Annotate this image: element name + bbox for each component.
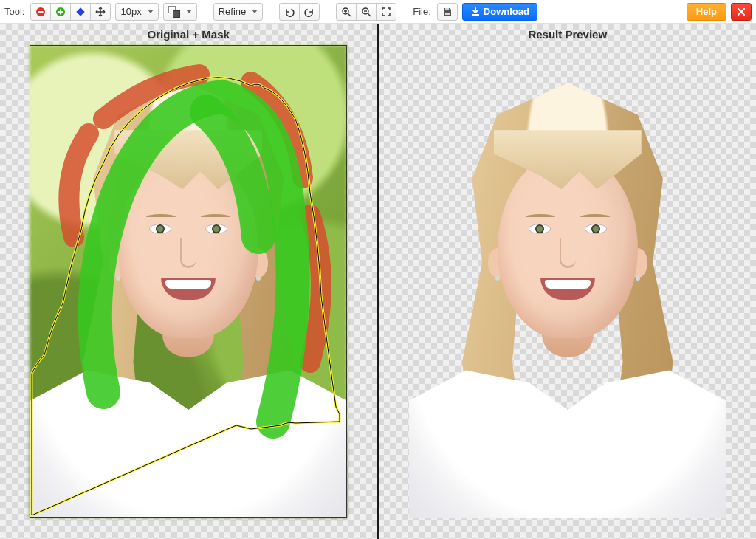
chevron-down-icon	[186, 10, 192, 13]
brush-size-value: 10px	[120, 6, 141, 17]
keep-tool-button[interactable]	[50, 3, 71, 21]
svg-rect-9	[445, 13, 450, 15]
chevron-down-icon	[148, 10, 154, 13]
diamond-icon	[75, 7, 86, 17]
plus-circle-icon	[55, 7, 66, 17]
brush-size-dropdown[interactable]: 10px	[115, 3, 158, 21]
close-x-icon	[736, 7, 746, 17]
svg-rect-8	[445, 8, 449, 10]
canvas-original[interactable]	[30, 45, 347, 518]
redo-button[interactable]	[299, 3, 320, 21]
refine-label: Refine	[219, 6, 247, 17]
pan-tool-button[interactable]	[90, 3, 111, 21]
fg-bg-swatch-icon	[168, 6, 180, 18]
zoom-out-button[interactable]	[356, 3, 377, 21]
minus-circle-icon	[35, 7, 46, 17]
svg-rect-4	[58, 11, 63, 13]
undo-button[interactable]	[279, 3, 300, 21]
remove-tool-button[interactable]	[30, 3, 51, 21]
refine-dropdown[interactable]: Refine	[213, 3, 264, 21]
undo-icon	[284, 7, 295, 17]
zoom-fit-button[interactable]	[376, 3, 396, 21]
toolbar: Tool: 10px	[0, 0, 756, 24]
svg-rect-1	[38, 11, 44, 13]
panel-result-preview: Result Preview	[379, 24, 756, 539]
result-subject	[409, 45, 726, 518]
workspace: Original + Mask	[0, 24, 756, 539]
svg-rect-5	[77, 7, 85, 16]
file-label: File:	[413, 6, 433, 17]
canvas-result[interactable]	[409, 45, 726, 518]
fg-bg-color-button[interactable]	[163, 3, 197, 21]
fit-screen-icon	[381, 7, 391, 17]
panel-original-mask: Original + Mask	[0, 24, 377, 539]
download-label: Download	[484, 6, 529, 17]
help-button[interactable]: Help	[687, 3, 726, 21]
zoom-in-button[interactable]	[336, 3, 357, 21]
tool-label: Tool:	[4, 6, 26, 17]
redo-icon	[304, 7, 315, 17]
download-arrow-icon	[470, 7, 481, 17]
mark-tools-group	[30, 3, 111, 21]
zoom-group	[336, 3, 396, 21]
panel-title-left: Original + Mask	[148, 24, 230, 44]
floppy-save-icon	[442, 7, 453, 17]
download-button[interactable]: Download	[462, 3, 537, 21]
chevron-down-icon	[252, 10, 258, 13]
svg-rect-10	[472, 14, 479, 16]
zoom-out-icon	[361, 7, 371, 17]
save-button[interactable]	[437, 3, 458, 21]
panel-title-right: Result Preview	[528, 24, 607, 44]
zoom-in-icon	[341, 7, 351, 17]
eraser-tool-button[interactable]	[70, 3, 91, 21]
help-label: Help	[696, 6, 717, 17]
move-arrows-icon	[95, 7, 106, 17]
close-button[interactable]	[731, 3, 752, 21]
undo-redo-group	[279, 3, 320, 21]
photo-subject	[30, 45, 347, 518]
